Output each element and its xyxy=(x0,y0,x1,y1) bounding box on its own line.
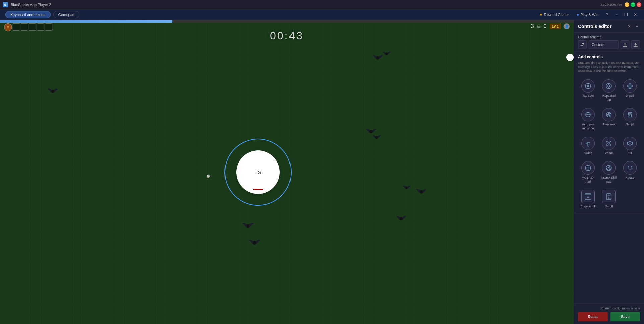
ctrl-moba-dpad[interactable]: MOBA D-Pad xyxy=(578,158,598,186)
hud-right: 3 ☠ 0 LV 1 👤 xyxy=(531,23,570,29)
gamepad-tab[interactable]: Gamepad xyxy=(53,11,79,18)
app-icon: B xyxy=(3,2,8,7)
svg-point-7 xyxy=(385,52,387,55)
bat-9 xyxy=(248,238,261,249)
hud-middle: 00:43 3 ☠ 0 LV 1 👤 xyxy=(0,23,574,31)
ctrl-moba-skill-pad-label: MOBA Skill pad xyxy=(600,176,618,184)
restore-button[interactable]: ❐ xyxy=(631,2,635,7)
svg-marker-49 xyxy=(631,167,633,168)
nav-minimize-btn[interactable]: − xyxy=(613,11,620,18)
joystick-inner: LS xyxy=(236,150,280,194)
controls-panel: Controls editor ✕ − Control scheme Custo… xyxy=(574,20,644,324)
ctrl-rotate[interactable]: Rotate xyxy=(620,158,640,186)
ctrl-scroll[interactable]: Scroll xyxy=(599,187,619,211)
play-win[interactable]: ● Play & Win xyxy=(577,13,598,17)
rotate-icon xyxy=(623,161,637,175)
minimize-button[interactable]: − xyxy=(625,2,629,7)
progress-bar-container xyxy=(0,20,574,23)
ctrl-edge-scroll-label: Edge scroll xyxy=(581,205,596,209)
ctrl-swipe[interactable]: Swipe xyxy=(578,134,598,157)
add-controls-section: Add controls Drag and drop an action on … xyxy=(574,52,644,213)
svg-point-9 xyxy=(253,241,256,245)
scheme-select[interactable]: Custom xyxy=(589,40,619,49)
ctrl-moba-skill-pad[interactable]: MOBA Skill pad xyxy=(599,158,619,186)
progress-bar-fill xyxy=(0,20,172,23)
ctrl-zoom[interactable]: Zoom xyxy=(599,134,619,157)
close-button[interactable]: ✕ xyxy=(637,2,641,7)
player-avatar xyxy=(4,23,12,31)
save-button[interactable]: Save xyxy=(610,312,640,321)
ctrl-tilt-label: Tilt xyxy=(628,151,632,155)
svg-point-46 xyxy=(608,166,610,168)
bat-1 xyxy=(47,87,59,97)
ctrl-free-look-label: Free look xyxy=(603,123,616,127)
svg-marker-22 xyxy=(629,87,631,88)
ctrl-repeated-tap[interactable]: Repeated tap xyxy=(599,77,619,104)
controls-close-icon[interactable]: ✕ xyxy=(626,23,632,29)
ctrl-aim-pan-shoot-label: Aim, pan and shoot xyxy=(579,123,597,130)
bat-10 xyxy=(402,184,411,192)
ctrl-tilt[interactable]: Tilt xyxy=(620,134,640,157)
controls-minimize-icon[interactable]: − xyxy=(634,23,640,29)
svg-point-3 xyxy=(375,136,377,139)
app-title: BlueStacks App Player 2 xyxy=(11,3,598,7)
ctrl-aim-pan-shoot[interactable]: Aim, pan and shoot xyxy=(578,105,598,132)
hud-cell-3 xyxy=(29,23,36,31)
score-count: 0 xyxy=(544,23,547,29)
app-subtitle: 3.90.0.1086 Pro xyxy=(600,3,622,6)
level-badge: LV 1 xyxy=(550,24,561,29)
kills-count: 3 xyxy=(531,23,534,29)
svg-marker-43 xyxy=(586,167,587,169)
help-icon-btn[interactable]: ? xyxy=(604,11,610,18)
ctrl-script[interactable]: Script xyxy=(620,105,640,132)
svg-rect-37 xyxy=(587,144,589,146)
nav-restore-btn[interactable]: ❐ xyxy=(623,11,629,18)
main-area: 00:43 3 ☠ 0 LV 1 👤 xyxy=(0,20,644,324)
ctrl-dpad[interactable]: D-pad xyxy=(620,77,640,104)
scheme-download-btn[interactable] xyxy=(631,40,640,49)
svg-marker-41 xyxy=(587,166,589,167)
svg-marker-21 xyxy=(629,84,631,85)
ctrl-tap-spot[interactable]: Tap spot xyxy=(578,77,598,104)
reward-center[interactable]: ★ Reward Center xyxy=(539,12,569,17)
player-icon: 👤 xyxy=(564,23,570,29)
svg-point-33 xyxy=(608,114,609,115)
svg-point-8 xyxy=(246,224,249,228)
svg-point-14 xyxy=(608,85,610,87)
svg-point-0 xyxy=(7,26,9,28)
scheme-select-row: Custom xyxy=(578,40,640,49)
moba-skill-pad-icon xyxy=(602,161,616,175)
controls-header-icons: ✕ − xyxy=(626,23,640,29)
bat-7 xyxy=(382,50,391,58)
ctrl-rotate-label: Rotate xyxy=(626,176,635,180)
ctrl-zoom-label: Zoom xyxy=(605,151,613,155)
joystick-indicator xyxy=(253,189,263,190)
script-icon xyxy=(623,108,637,121)
scheme-upload-btn[interactable] xyxy=(621,40,629,49)
scheme-label: Control scheme xyxy=(578,35,640,39)
joystick-outer: LS xyxy=(224,139,292,206)
svg-point-47 xyxy=(609,168,611,170)
svg-point-2 xyxy=(370,130,372,133)
free-look-icon xyxy=(602,108,616,121)
tap-spot-icon xyxy=(581,79,595,93)
game-timer: 00:43 xyxy=(270,29,304,42)
bat-5 xyxy=(395,214,407,224)
scroll-icon xyxy=(602,190,616,203)
svg-marker-24 xyxy=(631,85,632,87)
hud-cell-4 xyxy=(37,23,44,31)
scheme-share-btn[interactable] xyxy=(578,40,587,49)
svg-marker-44 xyxy=(589,167,590,169)
game-area[interactable]: 00:43 3 ☠ 0 LV 1 👤 xyxy=(0,20,574,324)
svg-point-30 xyxy=(587,114,589,115)
nav-close-btn[interactable]: ✕ xyxy=(632,11,639,18)
reset-button[interactable]: Reset xyxy=(578,312,608,321)
scheme-section: Control scheme Custom xyxy=(574,33,644,52)
svg-point-1 xyxy=(51,90,54,93)
nav-icons: ? − ❐ ✕ xyxy=(604,11,639,18)
ctrl-edge-scroll[interactable]: Edge scroll xyxy=(578,187,598,211)
add-controls-desc: Drag and drop an action on your game scr… xyxy=(578,61,640,73)
hud-cell-2 xyxy=(21,23,28,31)
ctrl-free-look[interactable]: Free look xyxy=(599,105,619,132)
keyboard-mouse-tab[interactable]: Keyboard and mouse xyxy=(5,11,51,18)
